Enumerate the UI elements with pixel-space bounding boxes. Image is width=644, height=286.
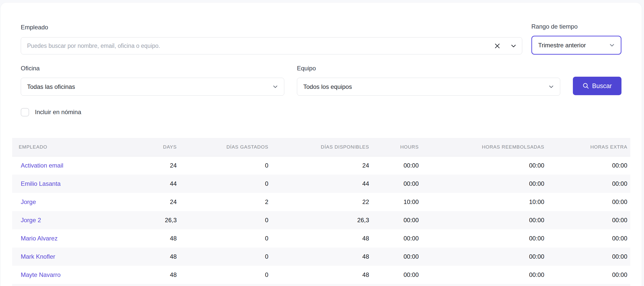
dias-disponibles-cell: 22 bbox=[271, 198, 372, 206]
employee-link[interactable]: Jorge bbox=[21, 198, 36, 205]
horas-extra-cell: 00:00 bbox=[547, 271, 630, 278]
dias-disponibles-cell: 48 bbox=[271, 235, 372, 242]
days-cell: 24 bbox=[127, 162, 180, 169]
employee-link[interactable]: Emilio Lasanta bbox=[21, 180, 61, 187]
dias-gastados-cell: 0 bbox=[180, 253, 271, 260]
chevron-down-icon bbox=[548, 84, 554, 90]
employee-link[interactable]: Activation email bbox=[21, 162, 63, 169]
days-cell: 48 bbox=[127, 253, 180, 260]
table-row: Jorge 24 2 22 10:00 10:00 00:00 bbox=[12, 193, 630, 211]
office-select[interactable]: Todas las oficinas bbox=[21, 78, 284, 96]
table-row: Mayte Navarro 48 0 48 00:00 00:00 00:00 bbox=[12, 266, 630, 284]
horas-extra-cell: 00:00 bbox=[547, 162, 630, 169]
employee-search-input[interactable] bbox=[21, 37, 522, 54]
employee-link[interactable]: Mario Alvarez bbox=[21, 235, 57, 242]
dias-disponibles-cell: 48 bbox=[271, 271, 372, 278]
column-header-horas-reembolsadas: HORAS REEMBOLSADAS bbox=[422, 144, 547, 150]
dias-disponibles-cell: 24 bbox=[271, 162, 372, 169]
horas-reembolsadas-cell: 00:00 bbox=[422, 271, 547, 278]
dias-gastados-cell: 0 bbox=[180, 271, 271, 278]
table-row: Jorge 2 26,3 0 26,3 00:00 00:00 00:00 bbox=[12, 211, 630, 229]
hours-cell: 00:00 bbox=[372, 235, 422, 242]
table-header-row: EMPLEADO DAYS DÍAS GASTADOS DÍAS DISPONI… bbox=[12, 138, 630, 156]
employees-table: EMPLEADO DAYS DÍAS GASTADOS DÍAS DISPONI… bbox=[12, 138, 630, 286]
dias-disponibles-cell: 48 bbox=[271, 253, 372, 260]
employee-link[interactable]: Jorge 2 bbox=[21, 217, 41, 223]
horas-reembolsadas-cell: 00:00 bbox=[422, 217, 547, 224]
dias-gastados-cell: 0 bbox=[180, 162, 271, 169]
column-header-dias-gastados: DÍAS GASTADOS bbox=[180, 144, 271, 150]
buscar-button[interactable]: Buscar bbox=[573, 77, 621, 95]
horas-reembolsadas-cell: 00:00 bbox=[422, 235, 547, 242]
buscar-button-label: Buscar bbox=[592, 82, 612, 90]
column-header-empleado: EMPLEADO bbox=[12, 144, 127, 150]
table-row-partial bbox=[12, 284, 630, 286]
search-icon bbox=[582, 83, 589, 89]
days-cell: 48 bbox=[127, 235, 180, 242]
time-range-value: Trimestre anterior bbox=[532, 42, 609, 49]
horas-extra-cell: 00:00 bbox=[547, 217, 630, 224]
column-header-dias-disponibles: DÍAS DISPONIBLES bbox=[271, 144, 372, 150]
dias-gastados-cell: 0 bbox=[180, 180, 271, 187]
horas-reembolsadas-cell: 10:00 bbox=[422, 198, 547, 206]
horas-extra-cell: 00:00 bbox=[547, 198, 630, 206]
days-cell: 26,3 bbox=[127, 217, 180, 224]
dias-gastados-cell: 0 bbox=[180, 217, 271, 224]
chevron-down-icon bbox=[510, 43, 517, 49]
hours-cell: 00:00 bbox=[372, 180, 422, 187]
clear-search-button[interactable] bbox=[492, 37, 502, 54]
hours-cell: 00:00 bbox=[372, 162, 422, 169]
chevron-down-icon bbox=[609, 42, 615, 48]
horas-reembolsadas-cell: 00:00 bbox=[422, 162, 547, 169]
hours-cell: 00:00 bbox=[372, 253, 422, 260]
equipo-label: Equipo bbox=[297, 65, 316, 72]
hours-cell: 00:00 bbox=[372, 271, 422, 278]
chevron-down-icon bbox=[272, 84, 278, 90]
employee-link[interactable]: Mayte Navarro bbox=[21, 271, 61, 278]
horas-reembolsadas-cell: 00:00 bbox=[422, 180, 547, 187]
employee-link[interactable]: Mark Knofler bbox=[21, 253, 55, 260]
hours-cell: 00:00 bbox=[372, 217, 422, 224]
team-select[interactable]: Todos los equipos bbox=[297, 78, 560, 96]
horas-extra-cell: 00:00 bbox=[547, 253, 630, 260]
close-icon bbox=[494, 43, 500, 49]
rango-de-tiempo-label: Rango de tiempo bbox=[531, 23, 578, 30]
column-header-hours: HOURS bbox=[372, 144, 422, 150]
dias-gastados-cell: 2 bbox=[180, 198, 271, 206]
dias-gastados-cell: 0 bbox=[180, 235, 271, 242]
column-header-days: DAYS bbox=[127, 144, 180, 150]
employee-search-box[interactable] bbox=[21, 37, 522, 54]
table-row: Mario Alvarez 48 0 48 00:00 00:00 00:00 bbox=[12, 229, 630, 248]
office-select-value: Todas las oficinas bbox=[21, 83, 272, 90]
days-cell: 44 bbox=[127, 180, 180, 187]
incluir-en-nomina-label: Incluir en nómina bbox=[35, 109, 81, 116]
incluir-en-nomina-checkbox[interactable] bbox=[21, 108, 29, 116]
horas-extra-cell: 00:00 bbox=[547, 235, 630, 242]
table-row: Mark Knofler 48 0 48 00:00 00:00 00:00 bbox=[12, 248, 630, 266]
days-cell: 24 bbox=[127, 198, 180, 206]
horas-reembolsadas-cell: 00:00 bbox=[422, 253, 547, 260]
dias-disponibles-cell: 26,3 bbox=[271, 217, 372, 224]
table-row: Activation email 24 0 24 00:00 00:00 00:… bbox=[12, 156, 630, 175]
oficina-label: Oficina bbox=[21, 65, 40, 72]
days-cell: 48 bbox=[127, 271, 180, 278]
table-row: Emilio Lasanta 44 0 44 00:00 00:00 00:00 bbox=[12, 175, 630, 193]
search-dropdown-toggle[interactable] bbox=[508, 37, 518, 54]
empleado-label: Empleado bbox=[21, 24, 48, 31]
time-range-select[interactable]: Trimestre anterior bbox=[531, 36, 621, 55]
team-select-value: Todos los equipos bbox=[297, 83, 548, 90]
hours-cell: 10:00 bbox=[372, 198, 422, 206]
column-header-horas-extra: HORAS EXTRA bbox=[547, 144, 630, 150]
horas-extra-cell: 00:00 bbox=[547, 180, 630, 187]
dias-disponibles-cell: 44 bbox=[271, 180, 372, 187]
